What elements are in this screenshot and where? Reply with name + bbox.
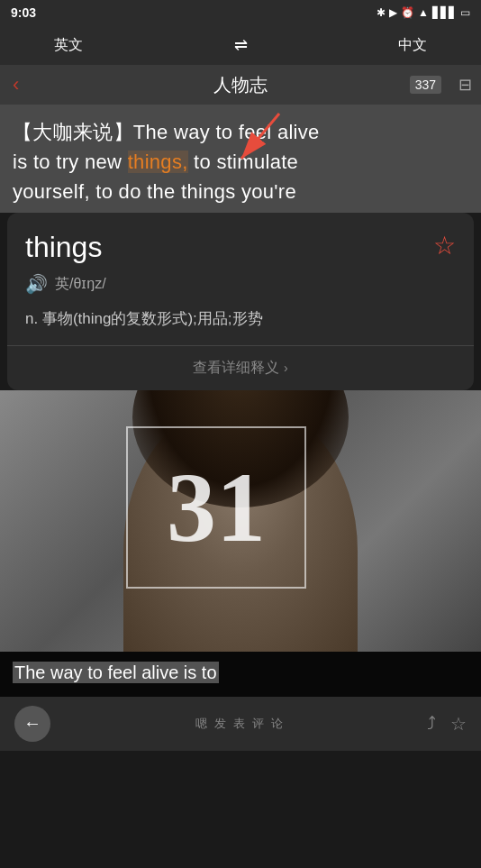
back-arrow-icon: ←: [23, 713, 41, 734]
dict-phonetic-row: 🔊 英/θɪŋz/: [25, 273, 456, 295]
article-area: 【大咖来说】The way to feel alive is to try ne…: [0, 105, 481, 213]
wifi-icon: ▲: [418, 6, 429, 19]
back-circle-button[interactable]: ←: [14, 706, 50, 742]
alarm-icon: ⏰: [401, 6, 414, 19]
tool-text5: 论: [271, 716, 283, 732]
signal-icon: ▶: [389, 6, 397, 19]
magazine-box: 31: [126, 426, 306, 589]
tool-text4: 评: [252, 716, 264, 732]
article-line3: yourself, to do the things you're: [13, 180, 296, 203]
dictionary-popup: things ☆ 🔊 英/θɪŋz/ n. 事物(thing的复数形式);用品;…: [7, 213, 474, 390]
dict-more-label: 查看详细释义: [193, 360, 279, 375]
bottom-article: The way to feel alive is to: [0, 652, 481, 697]
bottom-tools: 嗯 发 表 评 论: [50, 716, 427, 732]
magazine-number: 31: [167, 458, 266, 557]
tool-text2: 发: [214, 716, 226, 732]
page-number: 337: [410, 76, 441, 94]
status-icons: ✱ ▶ ⏰ ▲ ▋▋▋ ▭: [377, 6, 470, 19]
article-line2-pre: is to: [13, 151, 56, 173]
status-time: 9:03: [11, 5, 36, 20]
article-line1: 【大咖来说】The way to feel alive: [13, 121, 320, 143]
article-stimulate: to stimulate: [188, 151, 299, 173]
article-new: new: [79, 151, 128, 173]
bottom-right-icons: ⤴ ☆: [427, 713, 467, 735]
lang-english[interactable]: 英文: [54, 36, 83, 55]
nav-bar: 英文 ⇌ 中文: [0, 25, 481, 65]
signal-bars-icon: ▋▋▋: [432, 6, 457, 19]
magazine-image: 31: [0, 390, 481, 652]
favorite-icon[interactable]: ☆: [450, 713, 467, 735]
article-things-highlight[interactable]: things,: [128, 151, 188, 173]
page-title: 人物志: [213, 73, 268, 97]
dict-definition: n. 事物(thing的复数形式);用品;形势: [25, 307, 456, 331]
lang-switch-icon[interactable]: ⇌: [234, 35, 248, 55]
book-icon[interactable]: ⊟: [458, 75, 472, 95]
dict-more-arrow-icon: ›: [284, 361, 288, 375]
bottom-bar: ← 嗯 发 表 评 论 ⤴ ☆: [0, 697, 481, 751]
dict-more-button[interactable]: 查看详细释义 ›: [25, 346, 456, 390]
tool-text3: 表: [233, 716, 245, 732]
dict-speaker-icon[interactable]: 🔊: [25, 273, 48, 295]
back-button[interactable]: ‹: [13, 73, 19, 96]
title-bar: ‹ 人物志 337 ⊟: [0, 65, 481, 105]
dict-phonetic-text: 英/θɪŋz/: [55, 275, 106, 294]
article-text: 【大咖来说】The way to feel alive is to try ne…: [13, 117, 468, 206]
bottom-article-text: The way to feel alive is to: [13, 659, 468, 686]
tool-text: 嗯: [195, 716, 207, 732]
dict-word: things: [25, 231, 102, 264]
dict-star-button[interactable]: ☆: [433, 231, 456, 260]
status-bar: 9:03 ✱ ▶ ⏰ ▲ ▋▋▋ ▭: [0, 0, 481, 25]
article-try-word: try: [56, 151, 78, 173]
bluetooth-icon: ✱: [377, 6, 386, 19]
bottom-highlight: The way to feel alive is to: [13, 662, 219, 683]
battery-icon: ▭: [460, 6, 470, 19]
share-icon[interactable]: ⤴: [427, 713, 436, 734]
dict-header: things ☆: [25, 231, 456, 264]
lang-chinese[interactable]: 中文: [398, 36, 427, 55]
